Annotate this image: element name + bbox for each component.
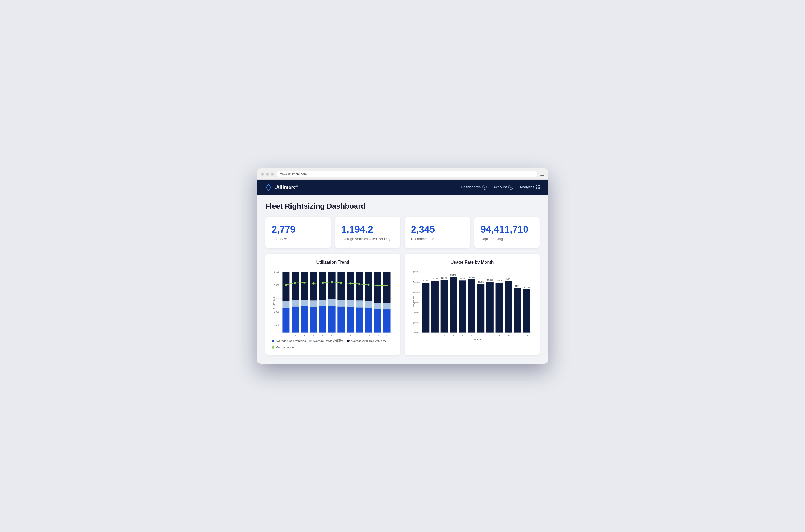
kpi-capital-savings: 94,411,710 Capital Savings (474, 217, 540, 248)
svg-rect-15 (282, 272, 289, 301)
svg-text:4: 4 (313, 334, 314, 337)
svg-rect-95 (477, 284, 484, 332)
svg-rect-45 (374, 272, 381, 303)
svg-text:2,000: 2,000 (274, 284, 279, 286)
svg-point-55 (340, 282, 342, 284)
svg-text:500: 500 (275, 323, 279, 326)
svg-text:11: 11 (377, 334, 379, 337)
svg-text:2: 2 (434, 334, 436, 337)
svg-rect-44 (374, 303, 381, 309)
svg-rect-29 (329, 299, 336, 305)
traffic-light-close[interactable] (261, 173, 264, 176)
main-content: Fleet Rightsizing Dashboard 2,779 Fleet … (257, 194, 548, 364)
utilization-chart-container: 2,500 2,000 1,500 1,000 500 0 (272, 269, 394, 336)
svg-text:0.0%: 0.0% (414, 331, 420, 334)
svg-rect-89 (422, 283, 429, 333)
utilimarc-logo-icon (265, 184, 272, 191)
svg-rect-17 (292, 300, 299, 306)
svg-point-54 (331, 281, 333, 283)
kpi-fleet-size-value: 2,779 (272, 224, 324, 235)
svg-text:8: 8 (489, 334, 491, 337)
svg-rect-94 (468, 279, 475, 332)
svg-rect-37 (356, 307, 363, 332)
svg-rect-31 (337, 306, 344, 332)
nav-dashboards[interactable]: Dashboards ▾ (461, 185, 487, 190)
svg-text:43.1%: 43.1% (524, 286, 530, 288)
svg-text:0: 0 (278, 331, 279, 334)
kpi-avg-vehicles: 1,194.2 Average Vehicles Used Per Day (335, 217, 400, 248)
svg-rect-90 (431, 281, 438, 332)
nav-bar: Utilimarc® Dashboards ▾ Account ○ Analyt… (257, 180, 548, 194)
svg-rect-28 (329, 305, 336, 332)
svg-rect-40 (365, 308, 372, 332)
svg-rect-23 (310, 300, 317, 307)
svg-point-58 (368, 283, 370, 286)
svg-text:9: 9 (359, 334, 360, 337)
svg-rect-16 (292, 306, 299, 332)
svg-text:3: 3 (444, 334, 445, 337)
svg-text:1: 1 (285, 334, 286, 337)
utilization-chart-svg: 2,500 2,000 1,500 1,000 500 0 (272, 269, 394, 335)
svg-point-53 (322, 282, 324, 284)
svg-point-59 (377, 284, 379, 286)
svg-rect-18 (292, 272, 299, 300)
nav-analytics[interactable]: Analytics (520, 185, 540, 189)
svg-text:1,000: 1,000 (274, 310, 279, 313)
kpi-fleet-size-label: Fleet Size (272, 237, 324, 241)
kpi-recommended-value: 2,345 (411, 224, 464, 235)
svg-rect-19 (301, 306, 308, 332)
charts-grid: Utilization Trend 2,500 2,000 1,500 1,00… (265, 253, 540, 355)
svg-rect-42 (365, 272, 372, 301)
svg-text:48.2%: 48.2% (478, 281, 484, 283)
svg-rect-93 (459, 280, 466, 332)
svg-rect-41 (365, 301, 372, 308)
nav-links: Dashboards ▾ Account ○ Analytics (461, 185, 540, 190)
nav-dashboards-label: Dashboards (461, 185, 481, 189)
address-bar[interactable]: www.utilimarc.com (277, 171, 537, 177)
svg-rect-91 (441, 280, 448, 332)
svg-rect-35 (347, 300, 354, 307)
traffic-light-maximize[interactable] (270, 173, 274, 176)
nav-account-icon: ○ (508, 185, 513, 190)
kpi-capital-savings-label: Capital Savings (481, 237, 533, 241)
kpi-grid: 2,779 Fleet Size 1,194.2 Average Vehicle… (265, 217, 540, 248)
svg-rect-38 (356, 300, 363, 307)
svg-point-60 (386, 284, 388, 286)
svg-text:Usage Rate: Usage Rate (412, 296, 415, 308)
svg-text:51.5%: 51.5% (432, 278, 438, 280)
svg-rect-96 (486, 282, 493, 333)
nav-account-label: Account (493, 185, 507, 189)
svg-text:50.6%: 50.6% (487, 279, 493, 281)
svg-text:12: 12 (525, 334, 528, 337)
svg-text:7: 7 (480, 334, 482, 337)
svg-rect-100 (523, 289, 530, 333)
svg-point-57 (358, 283, 360, 285)
svg-text:3: 3 (304, 334, 305, 337)
svg-rect-99 (514, 288, 521, 332)
svg-rect-36 (347, 272, 354, 300)
kpi-recommended-label: Recommended (411, 237, 464, 241)
svg-rect-22 (310, 307, 317, 332)
svg-text:51.9%: 51.9% (460, 277, 466, 280)
svg-text:1: 1 (425, 334, 426, 337)
kpi-capital-savings-value: 94,411,710 (481, 224, 533, 235)
kpi-recommended: 2,345 Recommended (405, 217, 470, 248)
svg-text:Month: Month (334, 338, 342, 341)
svg-text:9: 9 (499, 334, 500, 337)
svg-text:10: 10 (367, 334, 370, 337)
legend-available: Average Available Vehicles (347, 339, 386, 342)
svg-text:5: 5 (462, 334, 463, 337)
traffic-light-minimize[interactable] (266, 173, 269, 176)
nav-account[interactable]: Account ○ (493, 185, 513, 190)
svg-text:11: 11 (517, 334, 519, 337)
svg-rect-25 (319, 306, 326, 332)
svg-rect-13 (282, 307, 289, 332)
kpi-avg-vehicles-label: Average Vehicles Used Per Day (341, 237, 394, 241)
svg-text:2: 2 (295, 334, 296, 337)
kpi-avg-vehicles-value: 1,194.2 (341, 224, 394, 235)
hamburger-icon[interactable]: ☰ (540, 172, 544, 177)
svg-rect-47 (383, 303, 391, 309)
svg-text:51.0%: 51.0% (506, 278, 511, 280)
svg-rect-98 (505, 281, 512, 332)
svg-point-49 (285, 283, 287, 286)
